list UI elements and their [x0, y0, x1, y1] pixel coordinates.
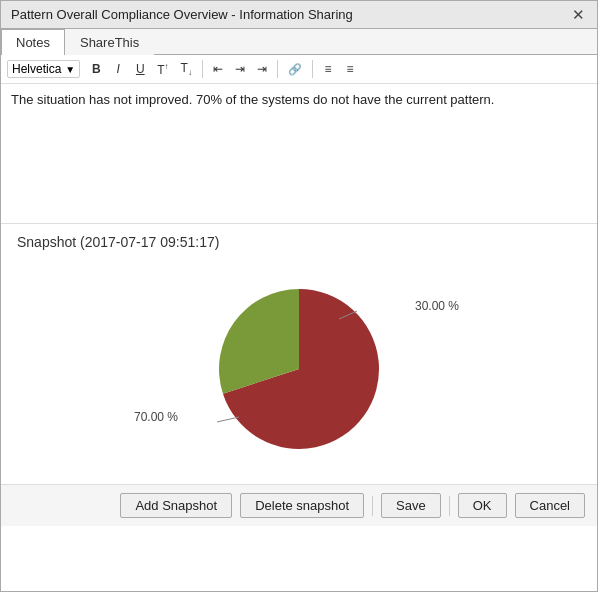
font-name: Helvetica [12, 62, 61, 76]
superscript-button[interactable]: T↑ [152, 59, 173, 80]
toolbar-separator-3 [312, 60, 313, 78]
link-button[interactable]: 🔗 [283, 60, 307, 79]
tab-sharethis[interactable]: ShareThis [65, 29, 154, 55]
label-70-percent: 70.00 % [134, 410, 178, 424]
delete-snapshot-button[interactable]: Delete snapshot [240, 493, 364, 518]
toolbar-separator-1 [202, 60, 203, 78]
label-30-percent: 30.00 % [415, 299, 459, 313]
pie-svg [209, 279, 389, 459]
tab-notes[interactable]: Notes [1, 29, 65, 55]
save-button[interactable]: Save [381, 493, 441, 518]
subscript-button[interactable]: T↓ [176, 58, 197, 80]
footer: Add Snapshot Delete snapshot Save OK Can… [1, 484, 597, 526]
editor-content[interactable]: The situation has not improved. 70% of t… [11, 92, 587, 172]
font-dropdown-icon: ▼ [65, 64, 75, 75]
snapshot-title: Snapshot (2017-07-17 09:51:17) [17, 234, 581, 250]
align-center-button[interactable]: ⇥ [230, 59, 250, 79]
snapshot-section: Snapshot (2017-07-17 09:51:17) [1, 224, 597, 484]
footer-separator-2 [449, 496, 450, 516]
ordered-list-button[interactable]: ≡ [318, 59, 338, 79]
title-bar: Pattern Overall Compliance Overview - In… [1, 1, 597, 29]
underline-button[interactable]: U [130, 59, 150, 79]
close-button[interactable]: ✕ [570, 7, 587, 22]
add-snapshot-button[interactable]: Add Snapshot [120, 493, 232, 518]
unordered-list-button[interactable]: ≡ [340, 59, 360, 79]
align-right-button[interactable]: ⇥ [252, 59, 272, 79]
cancel-button[interactable]: Cancel [515, 493, 585, 518]
pie-chart: 30.00 % 70.00 % [209, 279, 389, 459]
bold-button[interactable]: B [86, 59, 106, 79]
dialog: Pattern Overall Compliance Overview - In… [0, 0, 598, 592]
editor-area: The situation has not improved. 70% of t… [1, 84, 597, 224]
align-left-button[interactable]: ⇤ [208, 59, 228, 79]
toolbar-separator-2 [277, 60, 278, 78]
window-title: Pattern Overall Compliance Overview - In… [11, 7, 353, 22]
editor-toolbar: Helvetica ▼ B I U T↑ T↓ ⇤ ⇥ ⇥ 🔗 ≡ ≡ [1, 55, 597, 84]
chart-container: 30.00 % 70.00 % [17, 254, 581, 484]
footer-separator-1 [372, 496, 373, 516]
font-selector[interactable]: Helvetica ▼ [7, 60, 80, 78]
italic-button[interactable]: I [108, 59, 128, 79]
ok-button[interactable]: OK [458, 493, 507, 518]
tabs-container: Notes ShareThis [1, 29, 597, 55]
